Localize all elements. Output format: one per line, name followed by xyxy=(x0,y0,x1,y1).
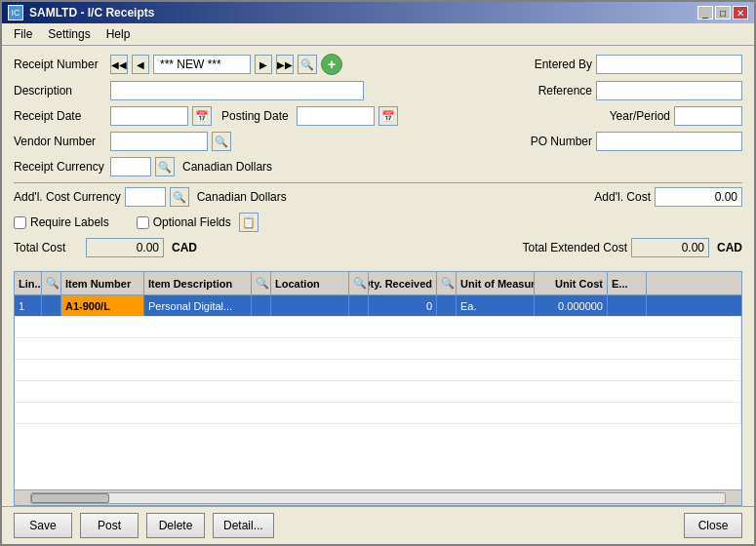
bottom-toolbar: Save Post Delete Detail... Close xyxy=(2,506,754,544)
total-extended-cost-currency: CAD xyxy=(717,241,742,254)
po-number-field[interactable] xyxy=(596,132,742,151)
cell-search4 xyxy=(437,295,457,316)
col-header-search1[interactable]: 🔍 xyxy=(42,272,61,294)
addl-cost-label: Add'l. Cost xyxy=(582,190,651,204)
cell-search3 xyxy=(349,295,369,316)
prev-record-button[interactable]: ◀ xyxy=(132,55,149,74)
year-period-label: Year/Period xyxy=(592,109,670,123)
optional-fields-checkbox-label[interactable]: Optional Fields xyxy=(137,215,231,229)
scrollbar-track[interactable] xyxy=(30,492,726,504)
description-field[interactable] xyxy=(110,81,364,100)
addl-cost-currency-row: Add'l. Cost Currency CAD 🔍 Canadian Doll… xyxy=(14,187,742,207)
require-labels-checkbox[interactable] xyxy=(14,216,26,229)
table-row[interactable]: 1 A1-900/L Personal Digital... 0 Ea. 0.0… xyxy=(15,295,741,317)
receipt-currency-code-field[interactable]: CAD xyxy=(110,157,151,176)
delete-button[interactable]: Delete xyxy=(146,513,205,538)
po-number-label: PO Number xyxy=(514,135,592,148)
table-row xyxy=(15,381,741,403)
close-window-button[interactable]: ✕ xyxy=(733,6,748,20)
cell-location xyxy=(271,295,349,316)
col-header-qty-received: Qty. Received xyxy=(369,272,437,294)
receipt-number-label: Receipt Number xyxy=(14,58,106,71)
save-button[interactable]: Save xyxy=(14,513,72,538)
options-row: Require Labels Optional Fields 📋 xyxy=(14,213,742,232)
receipt-currency-name: Canadian Dollars xyxy=(182,160,272,174)
addl-cost-currency-name: Canadian Dollars xyxy=(197,190,287,204)
grid-container: Lin... 🔍 Item Number Item Description 🔍 … xyxy=(14,271,742,506)
total-extended-cost-value: 0.00 xyxy=(631,238,709,257)
description-label: Description xyxy=(14,84,106,98)
menu-file[interactable]: File xyxy=(6,25,40,43)
addl-cost-currency-search-button[interactable]: 🔍 xyxy=(170,187,189,207)
minimize-button[interactable]: _ xyxy=(697,6,713,20)
app-icon: IC xyxy=(8,5,23,20)
addl-cost-currency-label: Add'l. Cost Currency xyxy=(14,190,121,204)
scrollbar-thumb[interactable] xyxy=(31,493,109,503)
form-area: Receipt Number ◀◀ ◀ *** NEW *** ▶ ▶▶ 🔍 +… xyxy=(2,46,754,271)
add-receipt-button[interactable]: + xyxy=(321,54,342,75)
totals-row: Total Cost 0.00 CAD Total Extended Cost … xyxy=(14,238,742,257)
menu-help[interactable]: Help xyxy=(99,25,139,43)
table-row xyxy=(15,338,741,360)
cell-line: 1 xyxy=(15,295,42,316)
receipt-number-field[interactable]: *** NEW *** xyxy=(153,55,251,74)
total-cost-label: Total Cost xyxy=(14,241,82,254)
posting-date-picker-button[interactable]: 📅 xyxy=(378,106,398,126)
entered-by-label: Entered By xyxy=(514,58,592,71)
posting-date-field[interactable]: 14-06-2018 xyxy=(297,106,375,126)
cell-item-description: Personal Digital... xyxy=(144,295,252,316)
vendor-number-label: Vendor Number xyxy=(14,135,106,148)
col-header-item-description: Item Description xyxy=(144,272,252,294)
main-window: IC SAMLTD - I/C Receipts _ □ ✕ File Sett… xyxy=(0,0,756,546)
col-header-search2[interactable]: 🔍 xyxy=(252,272,271,294)
vendor-search-button[interactable]: 🔍 xyxy=(212,132,231,151)
col-header-unit-cost: Unit Cost xyxy=(535,272,608,294)
description-row: Description Reference xyxy=(14,81,742,100)
detail-button[interactable]: Detail... xyxy=(213,513,274,538)
cell-uom: Ea. xyxy=(457,295,535,316)
table-row xyxy=(15,360,741,381)
vendor-number-field[interactable] xyxy=(110,132,208,151)
receipt-date-field[interactable]: 14-06-2018 xyxy=(110,106,188,126)
addl-cost-value[interactable]: 0.00 xyxy=(655,187,742,207)
total-extended-cost-label: Total Extended Cost xyxy=(510,241,627,254)
require-labels-checkbox-label[interactable]: Require Labels xyxy=(14,215,109,229)
receipt-currency-row: Receipt Currency CAD 🔍 Canadian Dollars xyxy=(14,157,742,176)
divider-1 xyxy=(14,182,742,183)
receipt-currency-label: Receipt Currency xyxy=(14,160,106,174)
year-period-field[interactable]: 2018 - 06 xyxy=(674,106,742,126)
cell-ext xyxy=(608,295,647,316)
optional-fields-text: Optional Fields xyxy=(153,215,231,229)
grid-header: Lin... 🔍 Item Number Item Description 🔍 … xyxy=(15,272,741,295)
entered-by-field[interactable] xyxy=(596,55,742,74)
receipt-currency-search-button[interactable]: 🔍 xyxy=(155,157,175,176)
reference-field[interactable] xyxy=(596,81,742,100)
addl-cost-currency-code-field[interactable]: CAD xyxy=(125,187,166,207)
optional-fields-detail-button[interactable]: 📋 xyxy=(239,213,259,232)
cell-search1 xyxy=(42,295,61,316)
close-button[interactable]: Close xyxy=(684,513,742,538)
col-header-uom: Unit of Measure xyxy=(457,272,535,294)
horizontal-scrollbar[interactable] xyxy=(15,489,741,505)
menu-bar: File Settings Help xyxy=(2,23,754,46)
last-record-button[interactable]: ▶▶ xyxy=(276,55,294,74)
next-record-button[interactable]: ▶ xyxy=(255,55,272,74)
optional-fields-checkbox[interactable] xyxy=(137,216,149,229)
col-header-search3[interactable]: 🔍 xyxy=(349,272,369,294)
receipt-number-row: Receipt Number ◀◀ ◀ *** NEW *** ▶ ▶▶ 🔍 +… xyxy=(14,54,742,75)
col-header-item-number: Item Number xyxy=(61,272,144,294)
post-button[interactable]: Post xyxy=(80,513,139,538)
col-header-line: Lin... xyxy=(15,272,42,294)
first-record-button[interactable]: ◀◀ xyxy=(110,55,128,74)
table-row xyxy=(15,403,741,424)
col-header-ext: E... xyxy=(608,272,647,294)
receipt-date-picker-button[interactable]: 📅 xyxy=(192,106,212,126)
cell-qty: 0 xyxy=(369,295,437,316)
maximize-button[interactable]: □ xyxy=(715,6,731,20)
receipt-search-button[interactable]: 🔍 xyxy=(298,55,317,74)
posting-date-label: Posting Date xyxy=(221,109,289,123)
grid-body: 1 A1-900/L Personal Digital... 0 Ea. 0.0… xyxy=(15,295,741,489)
col-header-search4[interactable]: 🔍 xyxy=(437,272,457,294)
total-cost-value: 0.00 xyxy=(86,238,164,257)
menu-settings[interactable]: Settings xyxy=(40,25,98,43)
